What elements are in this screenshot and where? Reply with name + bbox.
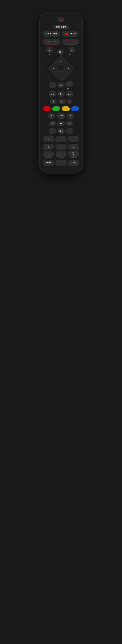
prime-video-button[interactable]: ▶ prime video <box>43 31 60 37</box>
mute-button[interactable]: 🔇× <box>57 128 65 134</box>
num-0-button[interactable]: 0 <box>55 160 67 166</box>
num-2-label: 2 <box>60 138 62 140</box>
dpad: ▲ ▼ ◀ ▶ <box>51 58 71 78</box>
hamburger-button[interactable]: ≡ <box>57 121 65 126</box>
yellow-button[interactable] <box>62 106 70 111</box>
blue-button[interactable] <box>71 106 79 111</box>
power-section <box>58 17 64 22</box>
sources-button[interactable]: ⎘ <box>69 47 75 53</box>
volume-down-button[interactable]: − <box>49 128 56 134</box>
ch-minus-icon: − <box>69 130 70 132</box>
ch-minus-placeholder[interactable]: − <box>66 128 73 134</box>
num-8-button[interactable]: 8 <box>55 151 67 158</box>
netflix-label: NETFLIX <box>47 40 56 43</box>
tvguide-button-group[interactable]: ⊟ TV GUIDE <box>66 81 73 89</box>
app-row-2: NETFLIX Rakuten TV <box>43 39 79 44</box>
dpad-down[interactable]: ▼ <box>60 74 62 76</box>
info-button-group[interactable]: i INFO <box>46 47 53 55</box>
num-3-button[interactable]: 3 <box>68 136 79 142</box>
tvguide-label: TV GUIDE <box>66 88 73 89</box>
play-icon: ▶ <box>60 93 62 95</box>
forward-button[interactable]: ▶▶ <box>66 91 73 97</box>
num-3-label: 3 <box>73 138 74 140</box>
stop-icon: ■ <box>53 100 54 103</box>
sources-icon: ⎘ <box>71 48 73 51</box>
search-icon: 🔍 <box>59 51 62 54</box>
color-buttons-row <box>43 106 79 111</box>
num-9-labeled: SUBTITLE 9 TEXT <box>71 152 77 157</box>
channel-down-button[interactable]: − <box>66 121 73 126</box>
rakuten-label: Rakuten TV <box>66 41 75 42</box>
num-6-label: 6 <box>73 146 74 148</box>
tvguide-button[interactable]: ⊟ <box>66 81 73 87</box>
exit-label: EXIT <box>59 115 63 117</box>
record-button[interactable]: ● <box>67 99 72 104</box>
forward-icon: ▶▶ <box>68 93 71 95</box>
num-6-button[interactable]: 6 <box>68 144 79 150</box>
green-button[interactable] <box>52 106 60 111</box>
back-button[interactable]: ← <box>49 82 56 88</box>
dpad-right-icon: ▶ <box>68 67 69 70</box>
search-button-group[interactable]: 🔍 <box>57 49 64 55</box>
home-button[interactable]: ⌂ <box>57 82 65 88</box>
dpad-down-icon: ▼ <box>60 74 62 76</box>
dpad-left[interactable]: ◀ <box>53 67 54 70</box>
dpad-right[interactable]: ▶ <box>68 67 69 70</box>
mute-menu-row: 🔊 ≡ − <box>43 121 79 126</box>
bottom-row: MENU 0 TEXT <box>43 160 79 166</box>
num-5-label: 5 <box>60 146 62 148</box>
menu-button[interactable]: MENU <box>43 160 54 166</box>
dpad-ok[interactable] <box>57 65 65 72</box>
youtube-label: YouTube <box>68 33 76 35</box>
num-9-label: 9 <box>73 153 74 156</box>
power-button[interactable] <box>58 17 64 22</box>
tvguide-icon: ⊟ <box>69 83 71 86</box>
num-4-button[interactable]: 4 <box>43 144 54 150</box>
exit-button[interactable]: EXIT <box>56 113 66 118</box>
sources-button-group[interactable]: ⎘ SOURCES <box>68 47 76 55</box>
ambilight-label: ambilight <box>53 25 69 29</box>
youtube-icon: ▶ <box>65 33 68 35</box>
num-8-label: 8 <box>60 153 62 156</box>
channel-down-icon: − <box>69 122 70 125</box>
volume-up-button[interactable]: + <box>48 113 55 118</box>
power-icon <box>60 18 62 21</box>
play-button[interactable]: ▶ <box>57 91 65 97</box>
num-5-button[interactable]: 5 <box>55 144 67 150</box>
menu-label: MENU <box>46 162 51 164</box>
info-source-row: i INFO 🔍 ⎘ SOURCES <box>43 47 79 55</box>
sources-label: SOURCES <box>68 54 76 55</box>
text-button[interactable]: TEXT <box>68 160 79 166</box>
info-button[interactable]: i <box>46 47 53 53</box>
nav-row: ← ⌂ ⊟ TV GUIDE <box>43 81 79 89</box>
pause-button[interactable]: ⏸ <box>58 99 66 104</box>
mute-icon: 🔇× <box>59 130 63 132</box>
rewind-button[interactable]: ◀◀ <box>49 91 56 97</box>
num-9-button[interactable]: SUBTITLE 9 TEXT <box>68 151 79 158</box>
remote-wrapper: ambilight ▶ prime video ▶ YouTube NETFLI… <box>0 0 122 186</box>
volume-down-icon: − <box>52 130 53 132</box>
num-2-button[interactable]: 2 <box>55 136 67 142</box>
numpad: 1 2 3 4 5 6 7 8 <box>43 136 79 158</box>
remote-body: ambilight ▶ prime video ▶ YouTube NETFLI… <box>40 12 82 174</box>
rewind-icon: ◀◀ <box>51 93 54 95</box>
info-label: INFO <box>48 54 51 55</box>
volume-icon-button[interactable]: 🔊 <box>49 121 56 126</box>
media-row-1: ◀◀ ▶ ▶▶ <box>43 91 79 97</box>
num-1-button[interactable]: 1 <box>43 136 54 142</box>
num-7-button[interactable]: 7 <box>43 151 54 158</box>
rakuten-button[interactable]: Rakuten TV <box>62 39 79 44</box>
stop-button[interactable]: ■ <box>50 99 57 104</box>
channel-up-button[interactable]: + <box>67 113 74 118</box>
num-4-label: 4 <box>48 146 49 148</box>
youtube-button[interactable]: ▶ YouTube <box>62 31 79 37</box>
dpad-up[interactable]: ▲ <box>60 60 62 62</box>
red-button[interactable] <box>43 106 51 111</box>
prime-arrow-icon: ▶ <box>46 33 47 35</box>
netflix-button[interactable]: NETFLIX <box>43 39 60 44</box>
pause-icon: ⏸ <box>61 100 63 103</box>
volume-up-icon: + <box>51 114 52 117</box>
home-icon: ⌂ <box>60 84 62 87</box>
back-icon: ← <box>51 84 54 86</box>
search-button[interactable]: 🔍 <box>57 49 64 55</box>
